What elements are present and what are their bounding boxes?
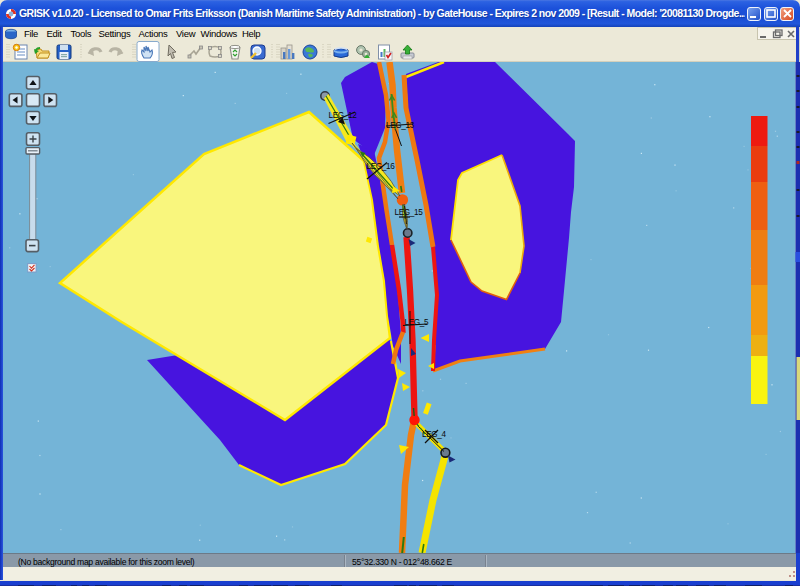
svg-text:LEG_13: LEG_13 (386, 121, 415, 130)
svg-text:LEG_16: LEG_16 (367, 162, 396, 171)
svg-text:LEG_4: LEG_4 (422, 430, 447, 439)
svg-text:LEG_12: LEG_12 (329, 111, 358, 120)
svg-text:LEG_5: LEG_5 (405, 318, 430, 327)
svg-text:LEG_15: LEG_15 (395, 208, 424, 217)
